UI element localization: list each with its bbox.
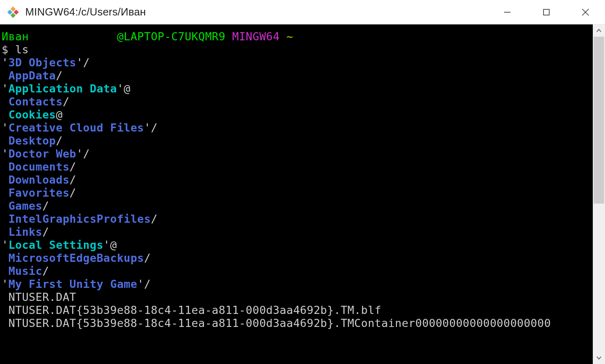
ls-entry-name: Music <box>9 265 42 277</box>
ls-entry-name: Games <box>9 200 42 212</box>
ls-entry-suffix: / <box>151 121 158 134</box>
ls-entry-name: NTUSER.DAT{53b39e88-18c4-11ea-a811-000d3… <box>9 304 381 316</box>
ls-entry: NTUSER.DAT <box>2 291 593 304</box>
svg-rect-0 <box>11 6 16 11</box>
ls-entry-name: NTUSER.DAT{53b39e88-18c4-11ea-a811-000d3… <box>9 317 551 329</box>
ls-entry: MicrosoftEdgeBackups/ <box>2 252 593 265</box>
ls-entry-name: Local Settings <box>9 239 103 251</box>
scroll-thumb[interactable] <box>594 37 604 204</box>
prompt-host: @LAPTOP-C7UKQMR9 <box>117 30 226 43</box>
ls-entry-name: Links <box>9 226 42 238</box>
prompt-env: MINGW64 <box>232 30 280 43</box>
ls-entry-suffix: @ <box>110 239 117 251</box>
ls-entry-suffix: @ <box>56 108 63 121</box>
ls-entry-suffix: / <box>144 278 151 290</box>
ls-entry-name: MicrosoftEdgeBackups <box>9 252 144 264</box>
ls-entry-suffix: / <box>70 186 77 199</box>
command-line: $ ls <box>2 43 593 56</box>
vertical-scrollbar[interactable] <box>593 24 605 364</box>
ls-entry-suffix: / <box>70 173 77 186</box>
ls-entry: Documents/ <box>2 160 593 173</box>
close-button[interactable] <box>566 0 605 24</box>
ls-entry-name: NTUSER.DAT <box>9 291 77 303</box>
ls-entry-suffix: / <box>56 69 63 82</box>
ls-entry-name: Doctor Web <box>9 147 77 160</box>
prompt-line: Иван @LAPTOP-C7UKQMR9 MINGW64 ~ <box>2 30 593 43</box>
ls-entry: 'Local Settings'@ <box>2 239 593 252</box>
ls-entry-suffix: @ <box>124 82 131 95</box>
app-icon <box>7 6 20 19</box>
ls-entry-suffix: / <box>42 265 49 277</box>
ls-entry: Desktop/ <box>2 134 593 147</box>
typed-command: ls <box>15 43 28 56</box>
scroll-down-arrow[interactable] <box>593 352 605 364</box>
terminal-output[interactable]: Иван @LAPTOP-C7UKQMR9 MINGW64 ~$ ls'3D O… <box>0 24 593 364</box>
prompt-user: Иван <box>2 30 117 43</box>
ls-entry: Favorites/ <box>2 186 593 200</box>
ls-entry: 'Creative Cloud Files'/ <box>2 121 593 134</box>
terminal-wrapper: Иван @LAPTOP-C7UKQMR9 MINGW64 ~$ ls'3D O… <box>0 24 605 364</box>
ls-entry-suffix: / <box>151 213 158 225</box>
ls-entry: IntelGraphicsProfiles/ <box>2 213 593 226</box>
ls-entry-name: Downloads <box>9 173 70 186</box>
ls-entry: Games/ <box>2 200 593 213</box>
ls-entry-name: Cookies <box>9 108 56 121</box>
ls-entry-suffix: / <box>83 147 90 160</box>
ls-entry: NTUSER.DAT{53b39e88-18c4-11ea-a811-000d3… <box>2 304 593 317</box>
ls-entry-suffix: / <box>42 226 49 238</box>
ls-entry: Contacts/ <box>2 95 593 108</box>
ls-entry: 'My First Unity Game'/ <box>2 278 593 291</box>
ls-entry: 'Application Data'@ <box>2 82 593 95</box>
ls-entry: Cookies@ <box>2 108 593 121</box>
prompt-path: ~ <box>287 30 294 43</box>
ls-entry: Downloads/ <box>2 173 593 186</box>
ls-entry-suffix: / <box>63 95 70 108</box>
ls-entry-suffix: / <box>56 134 63 147</box>
scroll-up-arrow[interactable] <box>593 24 605 37</box>
minimize-button[interactable] <box>488 0 527 24</box>
ls-entry-name: AppData <box>9 69 56 82</box>
svg-rect-2 <box>7 9 13 15</box>
ls-entry: Links/ <box>2 226 593 239</box>
ls-entry: Music/ <box>2 265 593 278</box>
ls-entry: NTUSER.DAT{53b39e88-18c4-11ea-a811-000d3… <box>2 317 593 330</box>
ls-entry-name: Favorites <box>9 186 70 199</box>
ls-entry: 'Doctor Web'/ <box>2 147 593 160</box>
ls-entry-name: Documents <box>9 160 70 173</box>
prompt-symbol: $ <box>2 43 15 56</box>
ls-entry-suffix: / <box>144 252 151 264</box>
maximize-button[interactable] <box>527 0 566 24</box>
ls-entry-name: My First Unity Game <box>9 278 137 290</box>
ls-entry-suffix: / <box>83 56 90 69</box>
ls-entry-suffix: / <box>42 200 49 212</box>
ls-entry-name: Desktop <box>9 134 56 147</box>
svg-rect-1 <box>13 9 19 15</box>
svg-rect-5 <box>544 9 549 15</box>
svg-rect-3 <box>11 13 16 18</box>
window-title: MINGW64:/c/Users/Иван <box>25 6 488 18</box>
ls-entry-name: IntelGraphicsProfiles <box>9 213 151 225</box>
ls-entry-name: Creative Cloud Files <box>9 121 144 134</box>
ls-entry-name: Application Data <box>9 82 117 95</box>
ls-entry-name: 3D Objects <box>9 56 77 69</box>
window-controls <box>488 0 605 24</box>
ls-entry: AppData/ <box>2 69 593 82</box>
ls-entry: '3D Objects'/ <box>2 56 593 69</box>
window-titlebar: MINGW64:/c/Users/Иван <box>0 0 605 24</box>
ls-entry-suffix: / <box>70 160 77 173</box>
ls-entry-name: Contacts <box>9 95 63 108</box>
